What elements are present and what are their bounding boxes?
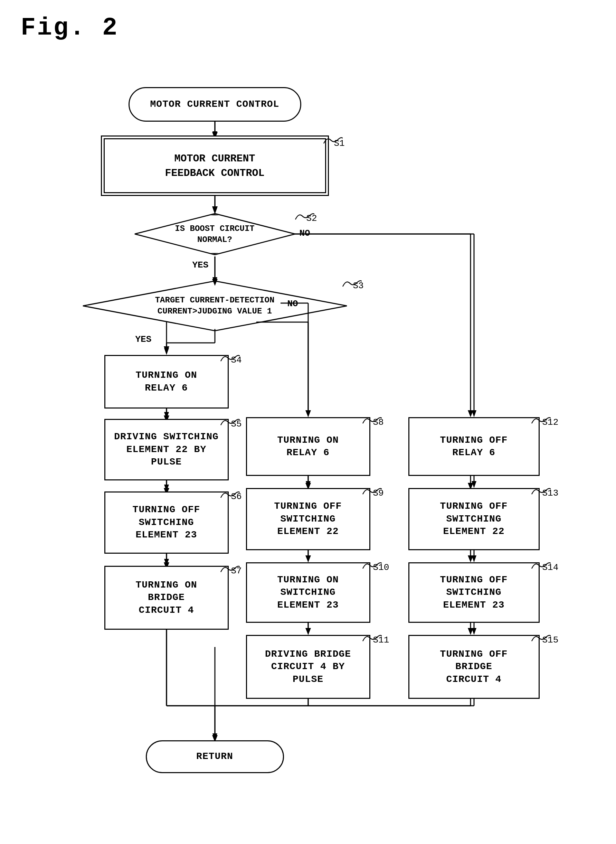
svg-marker-72 [472, 628, 477, 635]
svg-marker-13 [305, 410, 311, 417]
svg-marker-3 [212, 206, 218, 213]
s11-label: DRIVING BRIDGE CIRCUIT 4 BY PULSE [265, 648, 351, 686]
s6-rect: TURNING OFF SWITCHING ELEMENT 23 [104, 492, 229, 554]
s2-diamond [135, 214, 294, 254]
s9-step: S9 [373, 488, 384, 498]
s2-no: NO [299, 228, 310, 238]
s14-label: TURNING OFF SWITCHING ELEMENT 23 [440, 574, 508, 611]
svg-marker-47 [472, 410, 477, 417]
svg-marker-78 [213, 733, 217, 740]
s13-label: TURNING OFF SWITCHING ELEMENT 22 [440, 500, 508, 538]
svg-marker-30 [468, 555, 473, 562]
s4-step: S4 [231, 355, 242, 365]
s3-yes: YES [135, 334, 152, 345]
s7-step: S7 [231, 566, 242, 576]
svg-marker-58 [164, 484, 169, 492]
svg-marker-56 [164, 412, 169, 419]
s3-no: NO [287, 299, 298, 309]
svg-marker-42 [213, 207, 217, 214]
s13-rect: TURNING OFF SWITCHING ELEMENT 22 [408, 488, 540, 550]
svg-marker-54 [306, 410, 311, 417]
start-label: MOTOR CURRENT CONTROL [150, 98, 280, 111]
s1-step: S1 [334, 138, 345, 148]
s9-label: TURNING OFF SWITCHING ELEMENT 22 [274, 500, 342, 538]
s6-label: TURNING OFF SWITCHING ELEMENT 23 [133, 503, 200, 541]
s6-step: S6 [231, 492, 242, 502]
s7-label: TURNING ON BRIDGE CIRCUIT 4 [135, 579, 197, 616]
s4-rect: TURNING ON RELAY 6 [104, 355, 229, 408]
s14-rect: TURNING OFF SWITCHING ELEMENT 23 [408, 562, 540, 623]
return-label: RETURN [196, 750, 233, 763]
s3-step: S3 [353, 280, 364, 291]
return-oval: RETURN [146, 740, 284, 773]
svg-marker-8 [468, 410, 473, 417]
page-title: Fig. 2 [0, 0, 616, 49]
s13-step: S13 [543, 488, 559, 498]
s10-label: TURNING ON SWITCHING ELEMENT 23 [277, 574, 339, 611]
s1-label: MOTOR CURRENT FEEDBACK CONTROL [165, 151, 264, 181]
svg-marker-62 [306, 481, 311, 488]
svg-marker-70 [472, 555, 477, 562]
svg-marker-10 [164, 346, 169, 353]
s12-step: S12 [543, 417, 559, 427]
s11-rect: DRIVING BRIDGE CIRCUIT 4 BY PULSE [246, 635, 370, 699]
s2-yes: YES [192, 260, 209, 270]
s5-label: DRIVING SWITCHING ELEMENT 22 BY PULSE [114, 431, 219, 468]
s8-label: TURNING ON RELAY 6 [277, 434, 339, 459]
s3-diamond-text: TARGET CURRENT-DETECTION CURRENT>JUDGING… [82, 280, 348, 332]
svg-marker-51 [164, 348, 169, 355]
s3-label: TARGET CURRENT-DETECTION CURRENT>JUDGING… [155, 295, 275, 317]
s2-step: S2 [307, 213, 317, 224]
svg-marker-26 [305, 628, 311, 635]
svg-marker-60 [164, 559, 169, 566]
s12-rect: TURNING OFF RELAY 6 [408, 417, 540, 476]
s1-rect-outer: MOTOR CURRENT FEEDBACK CONTROL [101, 135, 329, 196]
s4-label: TURNING ON RELAY 6 [135, 369, 197, 394]
s12-label: TURNING OFF RELAY 6 [440, 434, 508, 459]
s15-step: S15 [543, 635, 559, 645]
s15-label: TURNING OFF BRIDGE CIRCUIT 4 [440, 648, 508, 686]
svg-marker-64 [306, 555, 311, 562]
svg-marker-66 [306, 628, 311, 635]
svg-marker-68 [472, 481, 477, 488]
s10-rect: TURNING ON SWITCHING ELEMENT 23 [246, 562, 370, 623]
s14-step: S14 [543, 562, 559, 573]
start-oval: MOTOR CURRENT CONTROL [129, 87, 301, 122]
s9-rect: TURNING OFF SWITCHING ELEMENT 22 [246, 488, 370, 550]
svg-marker-32 [468, 628, 473, 635]
flowchart-diagram: MOTOR CURRENT CONTROL MOTOR CURRENT FEED… [32, 59, 585, 820]
s8-rect: TURNING ON RELAY 6 [246, 417, 370, 476]
s5-rect: DRIVING SWITCHING ELEMENT 22 BY PULSE [104, 419, 229, 480]
svg-marker-24 [305, 555, 311, 562]
s7-rect: TURNING ON BRIDGE CIRCUIT 4 [104, 566, 229, 630]
s5-step: S5 [231, 419, 242, 429]
s10-step: S10 [373, 562, 389, 573]
s11-step: S11 [373, 635, 389, 645]
s8-step: S8 [373, 417, 384, 427]
s15-rect: TURNING OFF BRIDGE CIRCUIT 4 [408, 635, 540, 699]
